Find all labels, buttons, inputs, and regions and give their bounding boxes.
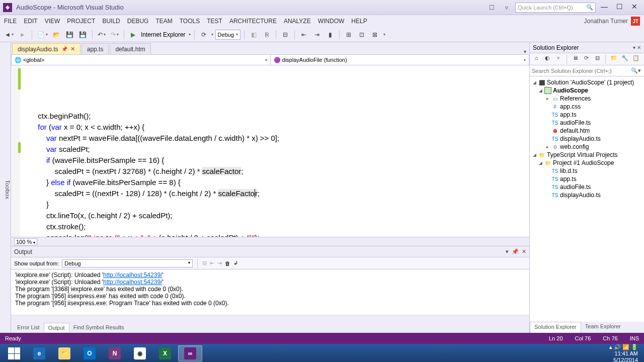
toolbox-tab[interactable]: Toolbox: [0, 42, 11, 333]
tab-team-explorer[interactable]: Team Explorer: [581, 322, 625, 333]
tb-icon-1[interactable]: ◧: [248, 29, 259, 40]
scope-dropdown[interactable]: 🌐 <global>: [12, 55, 271, 65]
menu-bar: FILE EDIT VIEW PROJECT BUILD DEBUG TEAM …: [0, 15, 644, 27]
user-avatar[interactable]: JT: [631, 17, 640, 26]
run-target-label[interactable]: Internet Explorer: [141, 31, 186, 38]
member-dropdown[interactable]: 🟣 displayAudioFile (function): [271, 55, 529, 65]
tb-icon-6[interactable]: ▮: [325, 29, 336, 40]
menu-help[interactable]: HELP: [351, 18, 367, 25]
close-button[interactable]: ✕: [628, 3, 641, 13]
back-button[interactable]: ◄: [3, 29, 15, 40]
taskbar-chrome[interactable]: ◉: [128, 345, 152, 361]
nav-bar: 🌐 <global> 🟣 displayAudioFile (function): [11, 54, 529, 65]
tb-icon-5[interactable]: ⇥: [311, 29, 323, 40]
tab-solution-explorer[interactable]: Solution Explorer: [530, 322, 581, 333]
sol-back-icon[interactable]: ◐: [543, 55, 552, 64]
tb-icon-7[interactable]: ⊞: [343, 29, 354, 40]
taskbar-excel[interactable]: X: [153, 345, 177, 361]
zoom-dropdown[interactable]: 100 %: [14, 238, 37, 245]
solution-search[interactable]: 🔍▾: [530, 65, 644, 76]
close-tab-icon[interactable]: ✕: [70, 46, 75, 52]
output-title: Output: [14, 248, 32, 255]
sol-refresh-icon[interactable]: ⟳: [582, 55, 591, 64]
menu-test[interactable]: TEST: [207, 18, 222, 25]
output-tool-1[interactable]: ⊟: [202, 260, 207, 266]
notifications-icon[interactable]: ▿: [500, 3, 513, 13]
sol-properties-icon[interactable]: 🔧: [620, 55, 629, 64]
status-ch: Ch 76: [603, 335, 617, 341]
tab-find-symbol[interactable]: Find Symbol Results: [69, 323, 128, 332]
quick-launch-input[interactable]: Quick Launch (Ctrl+Q) 🔍: [515, 3, 596, 13]
start-button[interactable]: [2, 345, 26, 361]
tab-error-list[interactable]: Error List: [13, 323, 44, 332]
vs-logo-icon: [3, 3, 12, 12]
minimize-button[interactable]: —: [598, 3, 611, 13]
status-ln: Ln 20: [549, 335, 563, 341]
quick-launch-placeholder: Quick Launch (Ctrl+Q): [518, 5, 573, 11]
save-all-button[interactable]: 💾: [77, 29, 89, 40]
output-text[interactable]: 'iexplore.exe' (Script): Unloaded 'http:…: [11, 269, 529, 315]
output-tool-2[interactable]: ⇤: [210, 260, 214, 266]
system-tray[interactable]: ▴ 🔊 📶 🔋 11:41 AM5/12/2014: [609, 344, 642, 363]
save-button[interactable]: 💾: [64, 29, 75, 40]
taskbar-vs[interactable]: ∞: [178, 345, 202, 361]
sol-home-icon[interactable]: ⌂: [532, 55, 541, 64]
taskbar-ie[interactable]: e: [27, 345, 51, 361]
sol-sync-icon[interactable]: 🖥: [571, 55, 580, 64]
output-scrollbar[interactable]: [11, 315, 529, 322]
tb-icon-3[interactable]: ⊟: [280, 29, 291, 40]
menu-build[interactable]: BUILD: [102, 18, 120, 25]
output-source-dropdown[interactable]: Debug: [62, 259, 193, 267]
sol-showall-icon[interactable]: 📁: [609, 55, 618, 64]
forward-button[interactable]: ►: [17, 29, 28, 40]
redo-button[interactable]: ↷: [109, 29, 120, 40]
menu-file[interactable]: FILE: [4, 18, 17, 25]
toolbar: ◄ ► 📄 📂 💾 💾 ↶ ↷ ▶ Internet Explorer ▾ ⟳ …: [0, 27, 644, 42]
output-pin-icon[interactable]: 📌: [512, 248, 519, 255]
menu-view[interactable]: VIEW: [45, 18, 60, 25]
sol-collapse-icon[interactable]: ⊟: [593, 55, 602, 64]
config-dropdown[interactable]: Debug: [215, 30, 240, 40]
output-tool-4[interactable]: 🗑: [225, 260, 230, 266]
output-close-icon[interactable]: ✕: [522, 248, 526, 255]
pin-icon[interactable]: 📌: [61, 46, 67, 52]
tb-icon-9[interactable]: ⊠: [369, 29, 380, 40]
browser-refresh-button[interactable]: ⟳: [198, 29, 209, 40]
tb-icon-8[interactable]: ⊡: [356, 29, 367, 40]
tb-icon-4[interactable]: ⇤: [298, 29, 309, 40]
sol-preview-icon[interactable]: 📋: [631, 55, 640, 64]
tb-icon-2[interactable]: ⎘: [261, 29, 272, 40]
undo-button[interactable]: ↶: [96, 29, 107, 40]
user-name[interactable]: Jonathan Turner: [584, 18, 628, 25]
tab-displayaudio[interactable]: displayAudio.ts 📌 ✕: [12, 43, 80, 54]
menu-window[interactable]: WINDOW: [318, 18, 345, 25]
menu-debug[interactable]: DEBUG: [127, 18, 149, 25]
menu-project[interactable]: PROJECT: [67, 18, 95, 25]
start-debug-button[interactable]: ▶: [128, 29, 139, 40]
solution-explorer: Solution Explorer ▾ ✕ ⌂ ◐ ▾ 🖥 ⟳ ⊟ 📁 🔧 📋 …: [529, 42, 644, 333]
solution-tree[interactable]: ◢⬛Solution 'AudioScope' (1 project) ◢Aud…: [530, 76, 644, 322]
taskbar-outlook[interactable]: O: [77, 345, 102, 361]
maximize-button[interactable]: ☐: [613, 3, 626, 13]
output-tool-3[interactable]: ⇥: [217, 260, 222, 266]
tab-overflow-icon[interactable]: ▾: [521, 49, 529, 54]
menu-architecture[interactable]: ARCHITECTURE: [229, 18, 277, 25]
status-col: Col 76: [575, 335, 591, 341]
new-project-button[interactable]: 📄: [36, 29, 49, 40]
tab-default[interactable]: default.htm: [110, 43, 150, 54]
output-tool-5[interactable]: ↲: [233, 260, 238, 266]
menu-tools[interactable]: TOOLS: [180, 18, 200, 25]
output-dropdown-icon[interactable]: ▾: [506, 248, 509, 255]
tab-output[interactable]: Output: [44, 323, 69, 332]
status-ins: INS: [630, 335, 639, 341]
solution-search-input[interactable]: [530, 67, 628, 75]
menu-team[interactable]: TEAM: [155, 18, 172, 25]
menu-analyze[interactable]: ANALYZE: [284, 18, 311, 25]
open-button[interactable]: 📂: [51, 29, 62, 40]
tab-app[interactable]: app.ts: [82, 43, 109, 54]
code-editor[interactable]: ctx.beginPath(); for (var x = 0; x < c.w…: [11, 65, 529, 237]
feedback-icon[interactable]: ☐: [485, 3, 498, 13]
menu-edit[interactable]: EDIT: [24, 18, 37, 25]
taskbar-onenote[interactable]: N: [103, 345, 127, 361]
taskbar-explorer[interactable]: 📁: [52, 345, 76, 361]
